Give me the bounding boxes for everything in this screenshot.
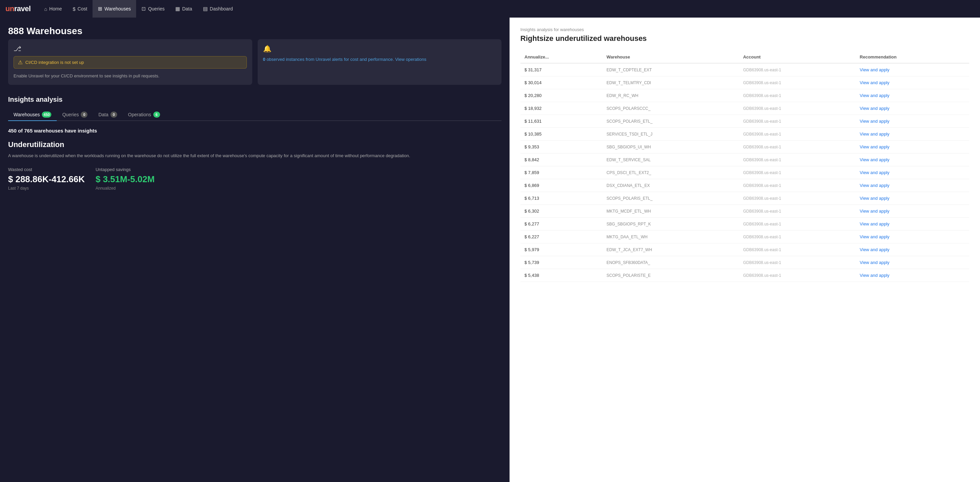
cell-action[interactable]: View and apply [856, 102, 969, 115]
view-and-apply-link[interactable]: View and apply [860, 234, 889, 239]
tab-data[interactable]: Data 0 [93, 109, 123, 121]
view-and-apply-link[interactable]: View and apply [860, 170, 889, 175]
view-and-apply-link[interactable]: View and apply [860, 222, 889, 227]
cell-warehouse: SBG_SBGIOPS_RPT_K [603, 218, 739, 230]
table-row: $ 6,869DSX_CDIANA_ETL_EXGDB63908.us-east… [520, 179, 969, 192]
cell-amount: $ 5,979 [520, 243, 603, 256]
tab-operations[interactable]: Operations 6 [123, 109, 165, 121]
nav-queries[interactable]: ⊡ Queries [136, 0, 170, 18]
cell-amount: $ 20,280 [520, 89, 603, 102]
cost-icon: $ [73, 6, 75, 12]
cell-action[interactable]: View and apply [856, 205, 969, 218]
branch-icon: ⎇ [14, 45, 247, 53]
insights-section: Insights analysis Warehouses 450 Queries… [8, 96, 501, 191]
cell-amount: $ 5,739 [520, 256, 603, 269]
table-row: $ 6,277SBG_SBGIOPS_RPT_KGDB63908.us-east… [520, 218, 969, 230]
view-and-apply-link[interactable]: View and apply [860, 196, 889, 201]
cell-action[interactable]: View and apply [856, 63, 969, 77]
cell-account: GDB63908.us-east-1 [739, 230, 855, 243]
wasted-cost-sub: Last 7 days [8, 186, 85, 191]
view-and-apply-link[interactable]: View and apply [860, 247, 889, 252]
cell-amount: $ 11,631 [520, 115, 603, 128]
cell-account: GDB63908.us-east-1 [739, 89, 855, 102]
cell-amount: $ 30,014 [520, 77, 603, 89]
view-and-apply-link[interactable]: View and apply [860, 80, 889, 85]
nav-dashboard[interactable]: ▤ Dashboard [197, 0, 239, 18]
view-and-apply-link[interactable]: View and apply [860, 157, 889, 162]
cell-action[interactable]: View and apply [856, 89, 969, 102]
cell-action[interactable]: View and apply [856, 243, 969, 256]
cell-account: GDB63908.us-east-1 [739, 243, 855, 256]
cell-warehouse: EDW_T_JCA_EXT7_WH [603, 243, 739, 256]
cell-amount: $ 31,317 [520, 63, 603, 77]
savings-sub: Annualized [95, 186, 155, 191]
insights-summary: 450 of 765 warehouses have insights [8, 128, 501, 134]
wasted-cost-block: Wasted cost $ 288.86K-412.66K Last 7 day… [8, 167, 85, 191]
wasted-cost-value: $ 288.86K-412.66K [8, 174, 85, 185]
savings-block: Untapped savings $ 3.51M-5.02M Annualize… [95, 167, 155, 191]
view-operations-link[interactable]: View operations [395, 57, 426, 62]
view-and-apply-link[interactable]: View and apply [860, 93, 889, 98]
cell-action[interactable]: View and apply [856, 179, 969, 192]
view-and-apply-link[interactable]: View and apply [860, 209, 889, 214]
cell-warehouse: CPS_DSCI_ETL_EXT2_ [603, 166, 739, 179]
right-panel: Insights analysis for warehouses Rightsi… [509, 18, 980, 482]
cell-action[interactable]: View and apply [856, 115, 969, 128]
cell-action[interactable]: View and apply [856, 77, 969, 89]
cell-account: GDB63908.us-east-1 [739, 166, 855, 179]
tab-warehouses[interactable]: Warehouses 450 [8, 109, 57, 121]
brand-logo[interactable]: unravel [5, 5, 31, 13]
cell-amount: $ 10,385 [520, 128, 603, 140]
panel-title: Rightsize underutilized warehouses [520, 34, 969, 43]
alerts-count: 0 [263, 57, 266, 62]
cell-action[interactable]: View and apply [856, 128, 969, 140]
cards-row: ⎇ ⚠ CI/CD integration is not set up Enab… [8, 39, 501, 85]
table-row: $ 6,713SCOPS_POLARIS_ETL_GDB63908.us-eas… [520, 192, 969, 205]
cell-account: GDB63908.us-east-1 [739, 256, 855, 269]
cell-action[interactable]: View and apply [856, 166, 969, 179]
view-and-apply-link[interactable]: View and apply [860, 119, 889, 124]
cell-action[interactable]: View and apply [856, 218, 969, 230]
cell-warehouse: EDW_T_CDPTELE_EXT [603, 63, 739, 77]
cell-amount: $ 6,277 [520, 218, 603, 230]
view-and-apply-link[interactable]: View and apply [860, 183, 889, 188]
cell-action[interactable]: View and apply [856, 256, 969, 269]
tab-queries[interactable]: Queries 0 [57, 109, 93, 121]
underutil-title: Underutilization [8, 140, 501, 149]
cell-action[interactable]: View and apply [856, 140, 969, 153]
view-and-apply-link[interactable]: View and apply [860, 106, 889, 111]
nav-home[interactable]: ⌂ Home [39, 0, 67, 18]
nav-warehouses[interactable]: ⊞ Warehouses [92, 0, 136, 18]
cell-warehouse: MKTG_DAA_ETL_WH [603, 230, 739, 243]
view-and-apply-link[interactable]: View and apply [860, 67, 889, 72]
nav-data[interactable]: ▦ Data [170, 0, 197, 18]
warning-icon: ⚠ [18, 59, 22, 65]
queries-icon: ⊡ [142, 6, 146, 12]
metrics-row: Wasted cost $ 288.86K-412.66K Last 7 day… [8, 167, 501, 191]
cell-warehouse: SCOPS_POLARIS_ETL_ [603, 192, 739, 205]
cell-action[interactable]: View and apply [856, 230, 969, 243]
cell-action[interactable]: View and apply [856, 269, 969, 282]
table-row: $ 7,859CPS_DSCI_ETL_EXT2_GDB63908.us-eas… [520, 166, 969, 179]
cell-account: GDB63908.us-east-1 [739, 115, 855, 128]
table-row: $ 11,631SCOPS_POLARIS_ETL_GDB63908.us-ea… [520, 115, 969, 128]
table-row: $ 31,317EDW_T_CDPTELE_EXTGDB63908.us-eas… [520, 63, 969, 77]
view-and-apply-link[interactable]: View and apply [860, 144, 889, 149]
main-layout: 888 Warehouses ⎇ ⚠ CI/CD integration is … [0, 18, 980, 482]
nav-cost[interactable]: $ Cost [67, 0, 92, 18]
tab-operations-label: Operations [128, 112, 151, 117]
cell-action[interactable]: View and apply [856, 192, 969, 205]
savings-label: Untapped savings [95, 167, 155, 172]
cell-action[interactable]: View and apply [856, 153, 969, 166]
bell-icon: 🔔 [263, 45, 496, 53]
col-annualized: Annualize... [520, 51, 603, 63]
view-and-apply-link[interactable]: View and apply [860, 273, 889, 278]
view-and-apply-link[interactable]: View and apply [860, 131, 889, 137]
view-and-apply-link[interactable]: View and apply [860, 260, 889, 265]
page-title: 888 Warehouses [8, 26, 83, 37]
table-row: $ 8,842EDW_T_SERVICE_SALGDB63908.us-east… [520, 153, 969, 166]
cell-amount: $ 5,438 [520, 269, 603, 282]
alerts-text: 0 observed instances from Unravel alerts… [263, 56, 496, 63]
table-body: $ 31,317EDW_T_CDPTELE_EXTGDB63908.us-eas… [520, 63, 969, 282]
cell-warehouse: MKTG_MCDF_ETL_WH [603, 205, 739, 218]
